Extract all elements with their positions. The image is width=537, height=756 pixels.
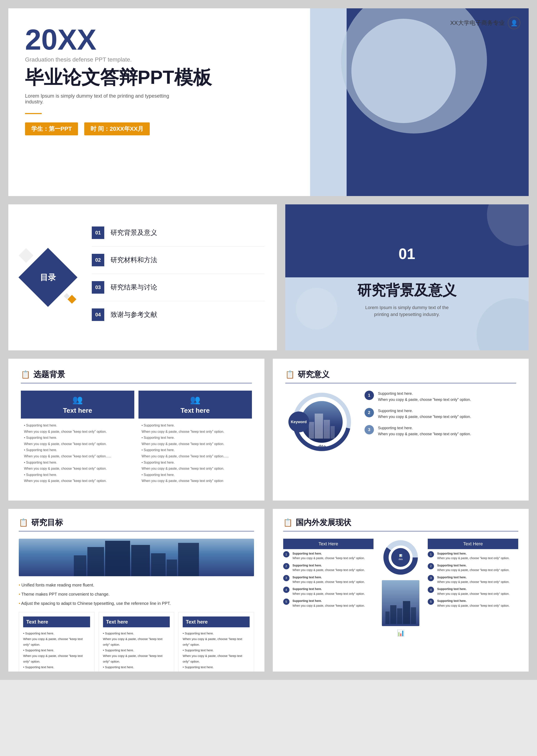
slide-title: XX大学电子商务专业 👤 20XX Graduation thesis defe… (8, 8, 529, 196)
slide-row-4: 📋 研究目标 (8, 509, 529, 672)
c3i5: • Supporting text here. (183, 664, 250, 670)
keyword-circle: Keyword (288, 411, 309, 432)
card2-text: • Supporting text here. When you copy & … (103, 630, 170, 672)
item-3-t2: When you copy & paste, choose "keep text… (378, 431, 471, 437)
col1-item-3: Supporting text here. (24, 435, 131, 441)
xuanti-col2-list: Supporting text here. When you copy & pa… (139, 419, 252, 489)
g1-item-3: 3 Supporting text here.When you copy & p… (283, 575, 374, 584)
col1-item-6: When you copy & paste, choose "keep text… (24, 454, 131, 459)
xuanti-col2-header: 👥 Text here (139, 391, 252, 419)
g2-text-2: Supporting text here.When you copy & pas… (437, 563, 510, 572)
target-cards: Text here • Supporting text here. When y… (19, 612, 254, 672)
xuanti-col1-list: Supporting text here. When you copy & pa… (21, 419, 134, 489)
svg-text:📊: 📊 (399, 554, 402, 557)
xuanti-col2: 👥 Text here Supporting text here. When y… (139, 391, 252, 489)
col2-item-1: Supporting text here. (142, 423, 249, 428)
c1i4: When you copy & paste, choose "keep text… (23, 653, 90, 664)
card1-title: Text here (23, 616, 90, 627)
c2i1: • Supporting text here. (103, 630, 170, 636)
target-image-area (19, 539, 254, 576)
c1i2: When you copy & paste, choose "keep text… (23, 636, 90, 647)
toc-label: 目录 (40, 272, 56, 283)
bullet-3: Adjust the spacing to adapt to Chinese t… (19, 599, 254, 608)
orange-divider (25, 113, 42, 114)
research-item-3: 3 Supporting text here. When you copy & … (364, 425, 516, 437)
c1i3: • Supporting text here. (23, 647, 90, 653)
g2-num-1: 1 (428, 551, 434, 558)
c2i5: • Supporting text here. (103, 664, 170, 670)
guonei-col1-items: 1 Supporting text here.When you copy & p… (283, 551, 374, 608)
keyword-text: Keyword (291, 420, 307, 424)
item-3-text: Supporting text here. When you copy & pa… (378, 425, 471, 437)
col2-item-7: Supporting text here. (142, 460, 249, 465)
col1-title: Text here (63, 407, 92, 414)
g1-text-4: Supporting text here.When you copy & pas… (293, 587, 365, 596)
card2-title: Text here (103, 616, 170, 627)
col2-title: Text here (181, 407, 210, 414)
guonei-content: Text Here 1 Supporting text here.When yo… (283, 539, 518, 637)
toc-item-2: 02 研究材料和方法 (92, 254, 265, 274)
c2i6: When you copy & paste, choose "keep text… (103, 670, 170, 672)
bullet-2: Theme makes PPT more convenient to chang… (19, 590, 254, 599)
c3i3: • Supporting text here. (183, 647, 250, 653)
toc-deco-1 (19, 248, 34, 263)
bullet-1: Unified fonts make reading more fluent. (19, 580, 254, 590)
guonei-col2-header: Text Here (428, 539, 518, 549)
card1-text: • Supporting text here. When you copy & … (23, 630, 90, 672)
xuanti-header: 📋 选题背景 (21, 369, 252, 383)
donut-chart: 📊 data (382, 539, 419, 577)
card3-text: • Supporting text here. When you copy & … (183, 630, 250, 672)
card3-body: • Supporting text here. When you copy & … (183, 630, 250, 672)
building-silhouette (385, 601, 416, 624)
item-1-t1: Supporting text here. (378, 391, 471, 397)
waveform (318, 445, 326, 449)
g1-num-2: 2 (283, 563, 289, 569)
col1-item-7: Supporting text here. (24, 460, 131, 465)
svg-text:data: data (399, 558, 403, 560)
slide-guonei: 📋 国内外发展现状 Text Here 1 Supporting text he… (273, 509, 529, 672)
university-icon: 👤 (508, 17, 520, 29)
slide-yanjiu-yi: 📋 研究意义 (273, 359, 529, 500)
slide-toc: 目录 01 研究背景及意义 02 研究材料和方法 03 研究结果与讨论 (8, 204, 277, 350)
col2-item-5: Supporting text here. (142, 447, 249, 453)
guonei-left: Text Here 1 Supporting text here.When yo… (283, 539, 374, 610)
xuanti-col1-header: 👥 Text here (21, 391, 134, 419)
yanjiu-yi-header: 📋 研究意义 (285, 369, 516, 383)
target-title: 研究目标 (31, 517, 63, 528)
c1i6: When you copy & paste, choose "keep text… (23, 670, 90, 672)
c3i6: When you copy & paste, choose "keep text… (183, 670, 250, 672)
university-badge: XX大学电子商务专业 👤 (450, 17, 520, 29)
toc-num-4: 04 (92, 309, 104, 321)
toc-text-3: 研究结果与讨论 (110, 283, 157, 292)
col1-item-5: Supporting text here. (24, 447, 131, 453)
item-2-t1: Supporting text here. (378, 408, 471, 414)
g1-text-3: Supporting text here.When you copy & pas… (293, 575, 365, 584)
num-2: 2 (364, 408, 374, 417)
guonei-col1-header: Text Here (283, 539, 374, 549)
g2-text-5: Supporting text here.When you copy & pas… (437, 599, 510, 608)
g2-item-4: 4 Supporting text here.When you copy & p… (428, 587, 518, 596)
lorem-text: Lorem Ipsum is simply dummy text of the … (25, 93, 171, 105)
guonei-building-img (382, 580, 419, 626)
item-3-t1: Supporting text here. (378, 425, 471, 431)
col1-item-4: When you copy & paste, choose "keep text… (24, 441, 131, 447)
c2i3: • Supporting text here. (103, 647, 170, 653)
diagram-left: Keyword (285, 391, 358, 453)
subtitle-en: Graduation thesis defense PPT template. (25, 56, 278, 63)
g1-item-4: 4 Supporting text here.When you copy & p… (283, 587, 374, 596)
university-name: XX大学电子商务专业 (450, 19, 505, 27)
xuanti-col1: 👥 Text here Supporting text here. When y… (21, 391, 134, 489)
donut-svg: 📊 data (382, 539, 419, 576)
yanjiu-yi-title: 研究意义 (298, 369, 329, 380)
num-1: 1 (364, 391, 374, 400)
col2-item-2: When you copy & paste, choose "keep text… (142, 429, 249, 435)
toc-num-2: 02 (92, 254, 104, 266)
toc-text-1: 研究背景及意义 (110, 228, 157, 237)
g2-num-4: 4 (428, 587, 434, 593)
toc-num-1: 01 (92, 227, 104, 239)
card1-body: • Supporting text here. When you copy & … (23, 630, 90, 672)
g1-text-2: Supporting text here.When you copy & pas… (293, 563, 365, 572)
research-item-2: 2 Supporting text here. When you copy & … (364, 408, 516, 420)
guonei-header: 📋 国内外发展现状 (283, 517, 518, 531)
deco-circle-2 (296, 288, 337, 329)
